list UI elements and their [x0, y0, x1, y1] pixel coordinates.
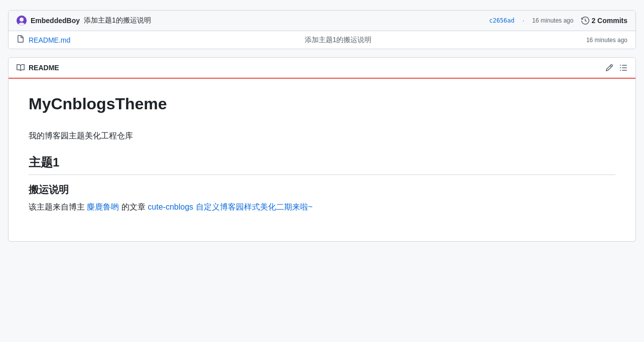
readme-section2-title: 搬运说明	[29, 183, 615, 197]
commit-message: 添加主题1的搬运说明	[84, 16, 151, 25]
readme-header-left: README	[17, 64, 59, 72]
commits-count-link[interactable]: 2 Commits	[581, 17, 627, 25]
commit-hash-link[interactable]: c2656ad	[489, 17, 514, 24]
readme-header: README	[9, 58, 635, 79]
list-icon	[619, 64, 627, 72]
readme-paragraph-middle: 的文章	[121, 203, 146, 211]
commit-header-right: c2656ad · 16 minutes ago 2 Commits	[489, 17, 627, 25]
readme-box: README MyCnblogsTheme 我的博客	[8, 57, 636, 242]
file-icon	[17, 35, 25, 45]
edit-readme-button[interactable]	[605, 64, 613, 72]
readme-title-h1: MyCnblogsTheme	[29, 95, 615, 117]
file-list-box: EmbeddedBoy 添加主题1的搬运说明 c2656ad · 16 minu…	[8, 10, 636, 49]
readme-content: MyCnblogsTheme 我的博客园主题美化工程仓库 主题1 搬运说明 该主…	[9, 79, 635, 241]
readme-source-paragraph: 该主题来自博主 麋鹿鲁哟 的文章 cute-cnblogs 自定义博客园样式美化…	[29, 201, 615, 214]
svg-point-1	[20, 18, 24, 22]
readme-tab-label: README	[29, 64, 59, 72]
commit-header: EmbeddedBoy 添加主题1的搬运说明 c2656ad · 16 minu…	[9, 11, 635, 31]
commit-separator: ·	[523, 17, 524, 24]
file-row: README.md 添加主题1的搬运说明 16 minutes ago	[9, 31, 635, 49]
blog-author-link[interactable]: 麋鹿鲁哟	[87, 203, 119, 211]
commit-author[interactable]: EmbeddedBoy	[31, 17, 80, 25]
book-icon	[17, 64, 25, 72]
readme-header-right	[605, 64, 627, 72]
article-link[interactable]: cute-cnblogs 自定义博客园样式美化二期来啦~	[148, 203, 313, 211]
history-icon	[581, 17, 589, 25]
file-commit-message: 添加主题1的搬运说明	[109, 36, 567, 45]
readme-description: 我的博客园主题美化工程仓库	[29, 129, 615, 142]
commits-count-label: 2 Commits	[591, 17, 627, 25]
commit-time: 16 minutes ago	[532, 17, 573, 24]
toc-button[interactable]	[619, 64, 627, 72]
file-name-link[interactable]: README.md	[29, 36, 109, 44]
readme-section1-title: 主题1	[29, 154, 615, 175]
pencil-icon	[605, 64, 613, 72]
commit-header-left: EmbeddedBoy 添加主题1的搬运说明	[17, 16, 151, 26]
avatar	[17, 16, 27, 26]
file-time: 16 minutes ago	[567, 37, 627, 44]
readme-paragraph-before: 该主题来自博主	[29, 203, 85, 211]
